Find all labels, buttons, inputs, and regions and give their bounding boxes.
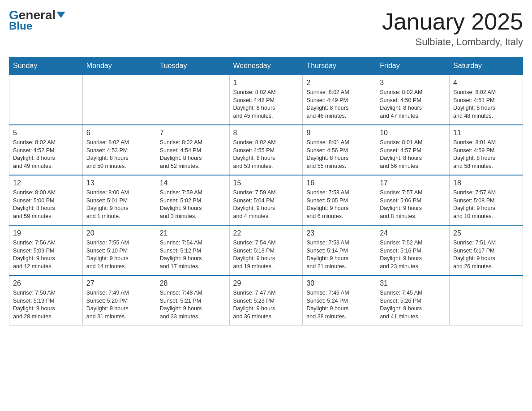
day-number: 18 xyxy=(453,179,519,187)
calendar-cell: 24Sunrise: 7:52 AMSunset: 5:16 PMDayligh… xyxy=(376,225,450,275)
calendar-cell: 3Sunrise: 8:02 AMSunset: 4:50 PMDaylight… xyxy=(376,75,450,125)
calendar-cell: 25Sunrise: 7:51 AMSunset: 5:17 PMDayligh… xyxy=(450,225,523,275)
calendar-table: SundayMondayTuesdayWednesdayThursdayFrid… xyxy=(9,57,523,325)
calendar-cell: 13Sunrise: 8:00 AMSunset: 5:01 PMDayligh… xyxy=(82,175,156,225)
calendar-cell: 7Sunrise: 8:02 AMSunset: 4:54 PMDaylight… xyxy=(156,125,229,175)
calendar-cell: 8Sunrise: 8:02 AMSunset: 4:55 PMDaylight… xyxy=(229,125,303,175)
day-number: 21 xyxy=(160,229,226,237)
day-info: Sunrise: 8:01 AMSunset: 4:56 PMDaylight:… xyxy=(306,139,372,170)
day-info: Sunrise: 7:48 AMSunset: 5:21 PMDaylight:… xyxy=(160,289,226,321)
day-number: 25 xyxy=(453,229,519,237)
day-number: 14 xyxy=(160,179,226,187)
day-info: Sunrise: 8:02 AMSunset: 4:54 PMDaylight:… xyxy=(160,139,226,170)
logo: General Blue xyxy=(9,9,65,32)
calendar-header-sunday: Sunday xyxy=(9,57,83,75)
day-info: Sunrise: 7:49 AMSunset: 5:20 PMDaylight:… xyxy=(86,289,152,321)
calendar-week-3: 12Sunrise: 8:00 AMSunset: 5:00 PMDayligh… xyxy=(9,175,523,225)
calendar-cell: 14Sunrise: 7:59 AMSunset: 5:02 PMDayligh… xyxy=(156,175,229,225)
day-info: Sunrise: 7:54 AMSunset: 5:13 PMDaylight:… xyxy=(233,239,299,270)
day-info: Sunrise: 8:01 AMSunset: 4:59 PMDaylight:… xyxy=(453,139,519,170)
day-info: Sunrise: 7:58 AMSunset: 5:05 PMDaylight:… xyxy=(306,189,372,220)
day-number: 5 xyxy=(13,129,79,137)
calendar-cell: 11Sunrise: 8:01 AMSunset: 4:59 PMDayligh… xyxy=(450,125,523,175)
calendar-header-tuesday: Tuesday xyxy=(156,57,229,75)
day-number: 29 xyxy=(233,279,299,287)
calendar-week-4: 19Sunrise: 7:56 AMSunset: 5:09 PMDayligh… xyxy=(9,225,523,275)
calendar-cell: 27Sunrise: 7:49 AMSunset: 5:20 PMDayligh… xyxy=(82,275,156,325)
day-number: 11 xyxy=(453,129,519,137)
day-number: 8 xyxy=(233,129,299,137)
calendar-cell: 30Sunrise: 7:46 AMSunset: 5:24 PMDayligh… xyxy=(303,275,376,325)
calendar-header-wednesday: Wednesday xyxy=(229,57,303,75)
calendar-location: Sulbiate, Lombardy, Italy xyxy=(382,36,523,48)
calendar-cell: 18Sunrise: 7:57 AMSunset: 5:08 PMDayligh… xyxy=(450,175,523,225)
calendar-title: January 2025 xyxy=(382,9,523,34)
day-info: Sunrise: 7:56 AMSunset: 5:09 PMDaylight:… xyxy=(13,239,79,270)
day-number: 9 xyxy=(306,129,372,137)
calendar-cell: 26Sunrise: 7:50 AMSunset: 5:19 PMDayligh… xyxy=(9,275,83,325)
day-number: 23 xyxy=(306,229,372,237)
day-number: 22 xyxy=(233,229,299,237)
calendar-cell: 23Sunrise: 7:53 AMSunset: 5:14 PMDayligh… xyxy=(303,225,376,275)
day-number: 10 xyxy=(380,129,446,137)
day-number: 15 xyxy=(233,179,299,187)
day-number: 30 xyxy=(306,279,372,287)
calendar-cell: 20Sunrise: 7:55 AMSunset: 5:10 PMDayligh… xyxy=(82,225,156,275)
day-number: 19 xyxy=(13,229,79,237)
calendar-cell: 10Sunrise: 8:01 AMSunset: 4:57 PMDayligh… xyxy=(376,125,450,175)
day-number: 1 xyxy=(233,79,299,87)
day-info: Sunrise: 8:02 AMSunset: 4:55 PMDaylight:… xyxy=(233,139,299,170)
day-number: 17 xyxy=(380,179,446,187)
day-info: Sunrise: 8:00 AMSunset: 5:01 PMDaylight:… xyxy=(86,189,152,220)
day-number: 4 xyxy=(453,79,519,87)
day-info: Sunrise: 7:59 AMSunset: 5:04 PMDaylight:… xyxy=(233,189,299,220)
day-number: 12 xyxy=(13,179,79,187)
day-info: Sunrise: 7:45 AMSunset: 5:26 PMDaylight:… xyxy=(380,289,446,321)
day-number: 26 xyxy=(13,279,79,287)
day-number: 20 xyxy=(86,229,152,237)
day-number: 31 xyxy=(380,279,446,287)
calendar-cell: 21Sunrise: 7:54 AMSunset: 5:12 PMDayligh… xyxy=(156,225,229,275)
calendar-cell: 4Sunrise: 8:02 AMSunset: 4:51 PMDaylight… xyxy=(450,75,523,125)
day-number: 13 xyxy=(86,179,152,187)
logo-blue-text: Blue xyxy=(9,20,32,32)
day-info: Sunrise: 7:57 AMSunset: 5:06 PMDaylight:… xyxy=(380,189,446,220)
day-info: Sunrise: 8:02 AMSunset: 4:49 PMDaylight:… xyxy=(306,89,372,120)
calendar-cell: 1Sunrise: 8:02 AMSunset: 4:48 PMDaylight… xyxy=(229,75,303,125)
day-info: Sunrise: 8:02 AMSunset: 4:50 PMDaylight:… xyxy=(380,89,446,120)
calendar-cell: 28Sunrise: 7:48 AMSunset: 5:21 PMDayligh… xyxy=(156,275,229,325)
day-info: Sunrise: 7:47 AMSunset: 5:23 PMDaylight:… xyxy=(233,289,299,321)
calendar-cell: 16Sunrise: 7:58 AMSunset: 5:05 PMDayligh… xyxy=(303,175,376,225)
day-number: 16 xyxy=(306,179,372,187)
day-info: Sunrise: 7:50 AMSunset: 5:19 PMDaylight:… xyxy=(13,289,79,321)
day-number: 2 xyxy=(306,79,372,87)
day-info: Sunrise: 7:51 AMSunset: 5:17 PMDaylight:… xyxy=(453,239,519,270)
calendar-cell: 19Sunrise: 7:56 AMSunset: 5:09 PMDayligh… xyxy=(9,225,83,275)
day-number: 7 xyxy=(160,129,226,137)
calendar-week-1: 1Sunrise: 8:02 AMSunset: 4:48 PMDaylight… xyxy=(9,75,523,125)
calendar-cell: 6Sunrise: 8:02 AMSunset: 4:53 PMDaylight… xyxy=(82,125,156,175)
day-number: 3 xyxy=(380,79,446,87)
day-info: Sunrise: 8:02 AMSunset: 4:53 PMDaylight:… xyxy=(86,139,152,170)
calendar-cell: 15Sunrise: 7:59 AMSunset: 5:04 PMDayligh… xyxy=(229,175,303,225)
day-number: 27 xyxy=(86,279,152,287)
calendar-cell: 2Sunrise: 8:02 AMSunset: 4:49 PMDaylight… xyxy=(303,75,376,125)
calendar-cell: 9Sunrise: 8:01 AMSunset: 4:56 PMDaylight… xyxy=(303,125,376,175)
calendar-cell: 31Sunrise: 7:45 AMSunset: 5:26 PMDayligh… xyxy=(376,275,450,325)
day-info: Sunrise: 8:01 AMSunset: 4:57 PMDaylight:… xyxy=(380,139,446,170)
page-header: General Blue January 2025 Sulbiate, Lomb… xyxy=(9,9,523,48)
day-info: Sunrise: 8:02 AMSunset: 4:48 PMDaylight:… xyxy=(233,89,299,120)
day-number: 6 xyxy=(86,129,152,137)
calendar-cell xyxy=(450,275,523,325)
day-info: Sunrise: 7:53 AMSunset: 5:14 PMDaylight:… xyxy=(306,239,372,270)
calendar-cell: 5Sunrise: 8:02 AMSunset: 4:52 PMDaylight… xyxy=(9,125,83,175)
day-info: Sunrise: 7:59 AMSunset: 5:02 PMDaylight:… xyxy=(160,189,226,220)
calendar-header-monday: Monday xyxy=(82,57,156,75)
day-info: Sunrise: 7:55 AMSunset: 5:10 PMDaylight:… xyxy=(86,239,152,270)
day-info: Sunrise: 7:57 AMSunset: 5:08 PMDaylight:… xyxy=(453,189,519,220)
day-number: 24 xyxy=(380,229,446,237)
calendar-cell xyxy=(156,75,229,125)
calendar-cell xyxy=(82,75,156,125)
calendar-header-thursday: Thursday xyxy=(303,57,376,75)
calendar-cell: 22Sunrise: 7:54 AMSunset: 5:13 PMDayligh… xyxy=(229,225,303,275)
